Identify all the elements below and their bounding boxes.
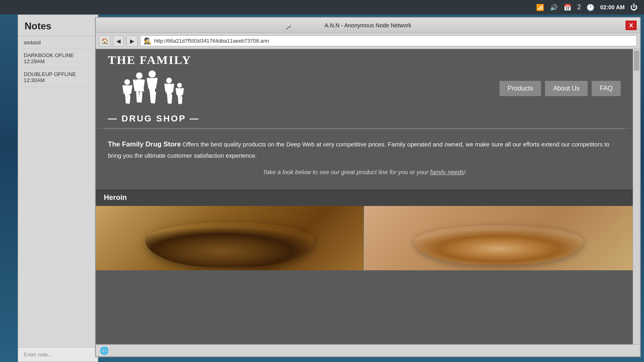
- power-icon[interactable]: ⏻: [630, 3, 638, 12]
- home-button[interactable]: 🏠: [99, 35, 110, 47]
- faq-button[interactable]: FAQ: [592, 81, 621, 96]
- notes-item[interactable]: DARKBOOK OFLINE 12:29AM: [18, 49, 98, 68]
- pile-light: [414, 225, 583, 265]
- notes-panel: Notes asdasd DARKBOOK OFLINE 12:29AM DOU…: [18, 14, 98, 362]
- notes-input[interactable]: [18, 347, 98, 362]
- site-nav: Products About Us FAQ: [500, 81, 621, 96]
- svg-rect-10: [139, 91, 142, 103]
- site-logo-subtitle: — DRUG SHOP —: [108, 113, 200, 124]
- browser-close-button[interactable]: X: [625, 21, 637, 30]
- browser-titlebar: A.N.N - Anonymous Node Network X: [96, 18, 640, 33]
- back-button[interactable]: ◀: [113, 35, 124, 47]
- browser-content: THE FAMILY: [96, 49, 640, 344]
- system-time: 02:00 AM: [600, 4, 625, 10]
- forward-button[interactable]: ▶: [126, 35, 138, 47]
- site-tagline: Take a look below to see our great produ…: [108, 167, 621, 177]
- intro-text: Offers the best quality products on the …: [108, 141, 609, 159]
- section-heroin-header: Heroin: [96, 189, 633, 206]
- clock-icon: 🕐: [586, 4, 594, 11]
- scrollbar-thumb[interactable]: [634, 51, 639, 71]
- site-content: THE FAMILY: [96, 49, 633, 344]
- notes-item[interactable]: asdasd: [18, 36, 98, 49]
- volume-icon: 🔊: [550, 4, 558, 11]
- product-image-right: [364, 206, 633, 270]
- browser-window: A.N.N - Anonymous Node Network X 🏠 ◀ ▶ 🕵…: [95, 17, 641, 357]
- intro-bold: The Family Drug Store: [108, 140, 181, 148]
- svg-rect-28: [180, 96, 182, 104]
- address-bar-wrapper: 🕵: [140, 35, 637, 46]
- browser-title: A.N.N - Anonymous Node Network: [100, 22, 636, 29]
- browser-scrollbar[interactable]: [633, 49, 640, 344]
- svg-point-11: [124, 79, 130, 85]
- product-images: [96, 206, 633, 270]
- family-needs-link[interactable]: family needs: [430, 169, 464, 175]
- calendar-icon: 📅: [564, 4, 572, 11]
- svg-point-0: [149, 70, 156, 78]
- svg-rect-22: [169, 94, 172, 104]
- svg-rect-16: [127, 95, 130, 104]
- site-logo-title: THE FAMILY: [108, 53, 192, 67]
- notes-title: Notes: [18, 15, 98, 36]
- site-logo: THE FAMILY: [108, 53, 500, 124]
- wifi-icon: 📶: [536, 4, 544, 11]
- site-intro: The Family Drug Store Offers the best qu…: [108, 139, 621, 160]
- svg-point-17: [166, 78, 172, 83]
- about-us-button[interactable]: About Us: [545, 81, 588, 96]
- globe-icon: 🌐: [100, 346, 109, 355]
- notes-list: asdasd DARKBOOK OFLINE 12:29AM DOUBLEUP …: [18, 36, 98, 347]
- tagline-text: Take a look below to see our great produ…: [263, 169, 428, 175]
- site-header: THE FAMILY: [96, 49, 633, 128]
- svg-point-23: [177, 83, 182, 88]
- address-bar[interactable]: [154, 38, 633, 44]
- svg-point-6: [136, 72, 142, 79]
- browser-toolbar: 🏠 ◀ ▶ 🕵: [96, 33, 640, 49]
- pile-dark: [145, 222, 314, 267]
- notes-item[interactable]: DOUBLEUP OFFLINE 12:30AM: [18, 68, 98, 87]
- system-bar: 📶 🔊 📅 2 🕐 02:00 AM ⏻: [0, 0, 644, 14]
- site-main: The Family Drug Store Offers the best qu…: [96, 129, 633, 185]
- browser-bottom: 🌐: [96, 344, 640, 356]
- family-silhouette: [108, 69, 196, 111]
- product-image-left: [96, 206, 364, 270]
- address-icon: 🕵: [144, 37, 152, 45]
- products-button[interactable]: Products: [500, 81, 541, 96]
- calendar-badge: 2: [577, 4, 581, 11]
